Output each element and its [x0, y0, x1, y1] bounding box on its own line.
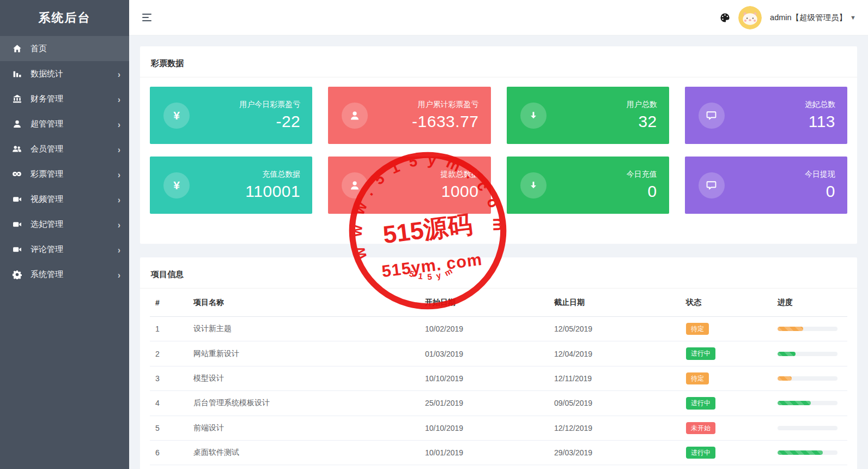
video-icon — [11, 194, 22, 204]
chevron-right-icon: › — [118, 244, 120, 255]
chevron-right-icon: › — [118, 169, 120, 179]
sidebar-item-label: 选妃管理 — [31, 219, 63, 230]
sidebar-item-1[interactable]: 数据统计 › — [0, 61, 129, 86]
column-header: 截止日期 — [549, 289, 681, 317]
end-date: 12/05/2019 — [549, 317, 681, 341]
people-icon — [11, 144, 22, 154]
status-badge: 待定 — [686, 372, 709, 384]
sidebar-item-label: 超管管理 — [31, 119, 63, 129]
progress-bar — [778, 327, 837, 331]
chevron-right-icon: › — [118, 69, 120, 79]
project-name: 前端设计 — [188, 416, 420, 440]
gear-icon — [11, 269, 22, 279]
table-row-1: 2 网站重新设计 01/03/2019 12/04/2019 进行中 — [150, 341, 847, 366]
sidebar-item-5[interactable]: 彩票管理 › — [0, 161, 129, 187]
start-date: 10/01/2019 — [420, 440, 549, 465]
chevron-right-icon: › — [118, 194, 120, 205]
stat-card-0: ¥ 用户今日彩票盈亏 -22 — [150, 87, 312, 144]
divider — [140, 288, 857, 288]
project-name: 后台管理系统模板设计 — [188, 391, 420, 416]
row-number: 2 — [150, 341, 188, 366]
table-row-4: 5 前端设计 10/10/2019 12/12/2019 未开始 — [150, 416, 847, 440]
stat-card-5: 提款总数据 1000 — [328, 157, 490, 214]
sidebar-item-7[interactable]: 选妃管理 › — [0, 212, 129, 237]
stat-card-3: 选妃总数 113 — [685, 87, 847, 144]
user-icon — [342, 103, 368, 129]
stat-card-4: ¥ 充值总数据 110001 — [150, 157, 312, 214]
video-icon — [11, 219, 22, 229]
username: admin【超级管理员】 — [770, 13, 847, 23]
video-icon — [11, 244, 22, 254]
stat-card-value: -1633.77 — [412, 112, 478, 131]
table-row-2: 3 模型设计 10/10/2019 12/11/2019 待定 — [150, 366, 847, 390]
stat-card-value: 0 — [627, 182, 657, 201]
row-number: 3 — [150, 366, 188, 390]
stat-card-label: 用户今日彩票盈亏 — [239, 100, 300, 110]
stat-card-value: 32 — [627, 112, 657, 131]
row-number: 4 — [150, 391, 188, 416]
progress-fill — [778, 376, 792, 381]
sidebar-item-6[interactable]: 视频管理 › — [0, 187, 129, 212]
sidebar-item-label: 首页 — [31, 44, 47, 54]
sidebar-item-0[interactable]: 首页 — [0, 36, 129, 61]
stat-card-value: 113 — [805, 112, 835, 131]
project-name: 模型设计 — [188, 366, 420, 390]
stat-card-value: -22 — [239, 112, 300, 131]
start-date: 01/03/2019 — [420, 341, 549, 366]
sidebar-item-label: 评论管理 — [31, 244, 63, 255]
column-header: 项目名称 — [188, 289, 420, 317]
sidebar-item-2[interactable]: 财务管理 › — [0, 86, 129, 111]
table-row-0: 1 设计新主题 10/02/2019 12/05/2019 待定 — [150, 317, 847, 341]
progress-bar — [778, 426, 837, 430]
stat-card-2: 用户总数 32 — [507, 87, 669, 144]
stat-card-label: 今日提现 — [805, 170, 835, 179]
table-body: 1 设计新主题 10/02/2019 12/05/2019 待定 2 网站重新设… — [150, 317, 847, 469]
end-date: 12/05/2019 — [549, 465, 681, 469]
status-badge: 未开始 — [686, 422, 715, 434]
end-date: 09/05/2019 — [549, 391, 681, 416]
sidebar-item-label: 系统管理 — [31, 269, 63, 280]
stat-card-value: 0 — [805, 182, 835, 201]
end-date: 12/04/2019 — [549, 341, 681, 366]
start-date: 10/10/2019 — [420, 366, 549, 390]
stat-card-7: 今日提现 0 — [685, 157, 847, 214]
sidebar-item-8[interactable]: 评论管理 › — [0, 237, 129, 262]
stat-card-label: 今日充值 — [627, 170, 657, 179]
sidebar-item-4[interactable]: 会员管理 › — [0, 136, 129, 161]
stat-card-label: 充值总数据 — [245, 170, 300, 179]
sidebar-item-3[interactable]: 超管管理 › — [0, 111, 129, 136]
project-info-panel: 项目信息 #项目名称开始日期截止日期状态进度 1 设计新主题 10/02/201… — [140, 257, 857, 469]
project-name: 桌面软件测试 — [188, 440, 420, 465]
palette-icon[interactable] — [720, 13, 730, 23]
status-badge: 进行中 — [686, 347, 715, 359]
lottery-data-panel: 彩票数据 ¥ 用户今日彩票盈亏 -22 用户累计彩票盈亏 -1633.77 用户… — [140, 46, 857, 244]
sidebar-item-label: 数据统计 — [31, 69, 63, 79]
sidebar-item-label: 视频管理 — [31, 194, 63, 205]
user-menu[interactable]: admin【超级管理员】 ▼ — [770, 13, 856, 23]
stat-card-value: 110001 — [245, 182, 300, 201]
bar-chart-icon — [11, 69, 22, 79]
progress-fill — [778, 450, 823, 455]
chevron-right-icon: › — [118, 144, 120, 154]
start-date: 25/02/2019 — [420, 465, 549, 469]
stat-card-label: 提款总数据 — [441, 170, 479, 179]
hamburger-menu-icon[interactable] — [140, 11, 154, 23]
stat-card-value: 1000 — [441, 182, 479, 201]
sidebar-item-9[interactable]: 系统管理 › — [0, 262, 129, 287]
status-badge: 进行中 — [686, 397, 715, 409]
sidebar-item-label: 财务管理 — [31, 94, 63, 104]
project-name: 网站重新设计 — [188, 341, 420, 366]
stat-cards: ¥ 用户今日彩票盈亏 -22 用户累计彩票盈亏 -1633.77 用户总数 32… — [150, 77, 847, 233]
avatar[interactable] — [738, 6, 762, 29]
projects-table: #项目名称开始日期截止日期状态进度 1 设计新主题 10/02/2019 12/… — [150, 289, 847, 469]
stat-card-label: 选妃总数 — [805, 100, 835, 110]
start-date: 10/02/2019 — [420, 317, 549, 341]
progress-bar — [778, 450, 837, 455]
project-name: APP改版开发 — [188, 465, 420, 469]
chat-icon — [699, 103, 725, 129]
stat-card-label: 用户总数 — [627, 100, 657, 110]
status-badge: 待定 — [686, 323, 709, 335]
progress-fill — [778, 352, 796, 356]
row-number: 6 — [150, 440, 188, 465]
section-title-lottery: 彩票数据 — [150, 56, 847, 77]
